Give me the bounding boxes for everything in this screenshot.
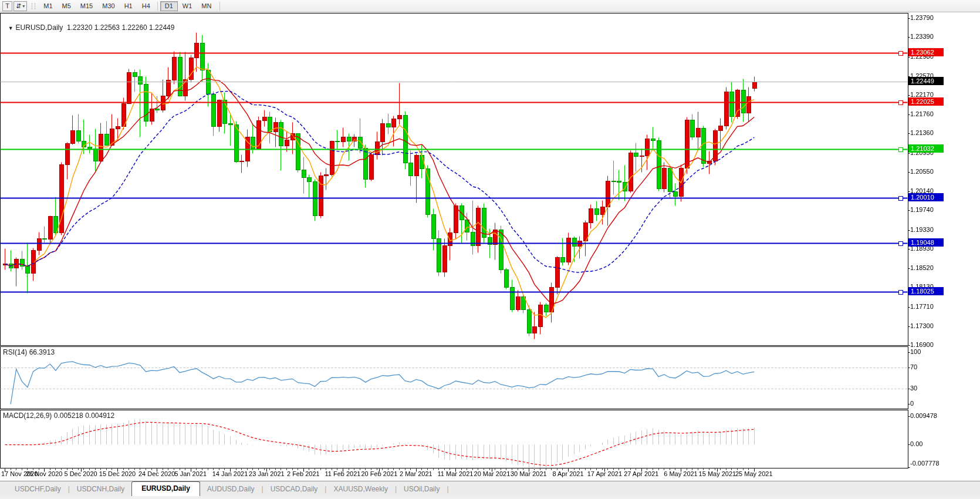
text-tool-button[interactable]: T [2,1,12,11]
timeframe-button-d1[interactable]: D1 [160,1,178,11]
tab-usdcad-daily[interactable]: USDCAD,Daily [263,483,325,496]
date-axis-label: 15 Dec 2020 [99,470,136,477]
timeframe-button-mn[interactable]: MN [197,1,216,11]
price-level-badge[interactable]: 1.18025 [908,287,944,295]
rsi-axis-label: 100 [910,348,921,355]
date-axis-label: 26 Nov 2020 [26,470,62,477]
price-axis-tick: 1.16900 [910,341,934,348]
toolbar-separator [157,2,158,11]
macd-axis-label: -0.007778 [910,460,940,467]
price-axis-tick: 1.17300 [910,322,934,329]
timeframe-button-h1[interactable]: H1 [120,1,137,11]
price-axis-tick: 1.23390 [910,33,934,40]
price-level-badge[interactable]: 1.23062 [908,48,944,56]
price-axis-tick: 1.21360 [910,129,934,136]
timeframe-button-w1[interactable]: W1 [178,1,197,11]
date-axis-label: 27 Apr 2021 [624,470,658,477]
macd-main-value: 0.005218 [54,412,83,420]
date-axis-label: 6 May 2021 [664,470,697,477]
tab-usdchf-daily[interactable]: USDCHF,Daily [8,483,68,496]
chart-symbol-label: EURUSD,Daily [16,23,63,32]
date-axis-label: 11 Feb 2021 [325,470,361,477]
tab-usoil-daily[interactable]: USOil,Daily [397,483,447,496]
tab-xauusd-weekly[interactable]: XAUUSD,Weekly [326,483,394,496]
price-axis-tick: 1.19330 [910,226,934,233]
rsi-axis-label: 30 [910,385,917,392]
price-level-badge[interactable]: 1.20010 [908,193,944,201]
tab-eurusd-daily[interactable]: EURUSD,Daily [131,481,200,496]
price-level-badge[interactable]: 1.19048 [908,238,944,247]
rsi-axis-label: 70 [910,363,917,370]
macd-axis-label: 0.00 [910,440,922,447]
timeframe-button-group: M1M5M15M30H1H4D1W1MN [39,1,216,11]
date-axis-label: 8 Apr 2021 [552,470,583,477]
date-axis-label: 20 Mar 2021 [474,470,511,477]
macd-axis-label: 0.009478 [910,412,937,419]
price-axis-tick: 1.18520 [910,264,934,271]
rsi-value: 66.3913 [29,348,55,356]
toolbar-separator [219,2,220,11]
date-axis-label: 17 Apr 2021 [587,470,622,477]
price-axis-tick: 1.17710 [910,303,934,310]
sort-arrows-icon: ⇵ [16,2,21,10]
date-axis-label: 2 Feb 2021 [287,470,320,477]
date-axis-label: 15 May 2021 [699,470,736,477]
symbol-tab-bar: USDCHF,Daily|USDCNH,DailyEURUSD,DailyAUD… [0,481,980,496]
chart-title: ▼EURUSD,Daily 1.22320 1.22563 1.22260 1.… [4,15,174,32]
price-axis-tick: 1.23790 [910,14,934,21]
price-level-badge[interactable]: 1.21032 [908,144,944,153]
date-axis-label: 2 Mar 2021 [400,470,432,477]
chevron-down-icon: ▾ [22,4,25,9]
date-axis-label: 5 Dec 2020 [64,470,97,477]
date-axis-label: 11 Mar 2021 [438,470,474,477]
date-axis-label: 23 Jan 2021 [249,470,285,477]
date-axis-label: 24 Dec 2020 [138,470,175,477]
date-axis-label: 25 May 2021 [735,470,773,477]
timeframe-button-h4[interactable]: H4 [137,1,155,11]
tab-audusd-daily[interactable]: AUDUSD,Daily [200,483,262,496]
collapse-arrow-icon[interactable]: ▼ [8,25,13,31]
price-axis-tick: 1.20550 [910,168,934,175]
toolbar-grip: ┆┆ [30,3,36,9]
timeframe-button-m30[interactable]: M30 [97,1,119,11]
price-axis-tick: 1.19740 [910,206,934,213]
rsi-label: RSI(14) 66.3913 [3,348,55,356]
date-axis-label: 30 Mar 2021 [511,470,547,477]
timeframe-button-m5[interactable]: M5 [58,1,76,11]
timeframe-button-m15[interactable]: M15 [76,1,97,11]
tab-separator: | [447,485,448,496]
price-axis-tick: 1.21760 [910,110,934,117]
current-price-badge: 1.22449 [908,77,944,85]
macd-label: MACD(12,26,9) 0.005218 0.004912 [3,412,114,420]
price-level-badge[interactable]: 1.22025 [908,97,944,106]
arrange-symbols-button[interactable]: ⇵▾ [13,1,27,11]
date-axis-label: 20 Feb 2021 [361,470,398,477]
price-chart-canvas[interactable] [0,0,980,499]
date-axis-label: 14 Jan 2021 [212,470,248,477]
status-strip [0,496,980,499]
macd-signal-value: 0.004912 [85,412,114,420]
top-toolbar: T ⇵▾ ┆┆ M1M5M15M30H1H4D1W1MN [0,0,980,12]
tab-usdcnh-daily[interactable]: USDCNH,Daily [70,483,131,496]
chart-ohlc-values: 1.22320 1.22563 1.22260 1.22449 [67,23,175,32]
date-axis-label: 5 Jan 2021 [175,470,207,477]
rsi-axis-label: 0 [910,400,914,407]
trading-terminal-window: { "toolbar": { "text_tool_label": "T", "… [0,0,980,499]
timeframe-button-m1[interactable]: M1 [39,1,57,11]
